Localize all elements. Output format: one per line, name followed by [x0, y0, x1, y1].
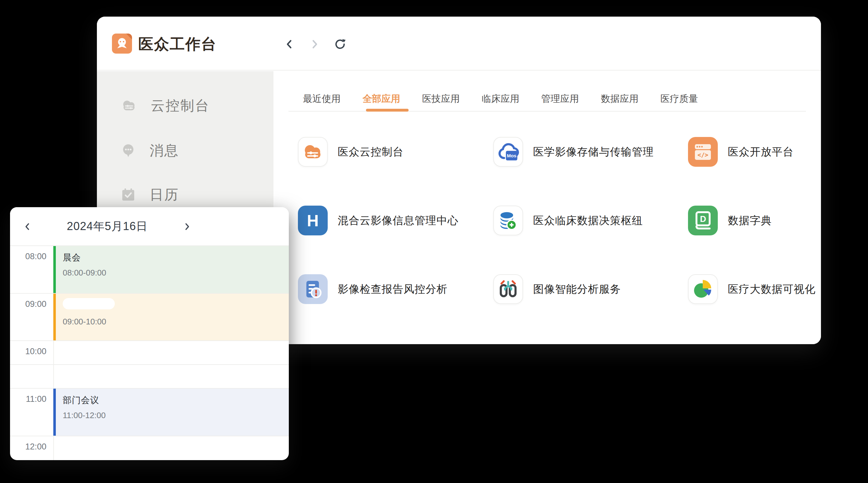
app-label: 医众临床数据决策枢纽 — [533, 214, 643, 228]
cloud-storage-icon: Mos — [493, 137, 523, 167]
app-logo — [112, 34, 132, 54]
calendar-check-icon — [121, 187, 136, 202]
refresh-icon — [334, 38, 346, 51]
time-label: 11:00 — [10, 394, 46, 404]
hybrid-cloud-icon: H — [298, 205, 328, 235]
d-glyph: D — [700, 215, 706, 224]
tab-quality[interactable]: 医疗质量 — [660, 93, 698, 104]
app-label: 影像检查报告风控分析 — [338, 282, 447, 296]
chevron-left-icon — [23, 222, 32, 231]
tab-all-apps[interactable]: 全部应用 — [363, 93, 400, 104]
grid-line — [10, 364, 289, 365]
chevron-left-icon — [283, 38, 296, 50]
event-title: 部门会议 — [63, 394, 289, 406]
app-label: 混合云影像信息管理中心 — [338, 214, 459, 228]
pie-chart-icon — [688, 274, 718, 304]
sidebar-item-label: 消息 — [150, 141, 179, 160]
refresh-button[interactable] — [334, 38, 346, 51]
mascot-icon — [112, 34, 132, 54]
calendar-event-redacted[interactable]: 09:00-10:00 — [53, 294, 289, 341]
code-glyph: </> — [698, 151, 708, 158]
sidebar-item-label: 日历 — [150, 186, 179, 204]
h-glyph: H — [307, 211, 319, 230]
time-label: 09:00 — [10, 299, 46, 309]
app-open-platform[interactable]: </> 医众开放平台 — [688, 137, 794, 167]
app-hybrid-cloud-center[interactable]: H 混合云影像信息管理中心 — [298, 205, 459, 235]
calendar-header: 2024年5月16日 — [10, 207, 289, 246]
badge-text: Mos — [507, 153, 517, 158]
time-label: 10:00 — [10, 347, 46, 356]
grid-line — [10, 341, 289, 341]
sidebar-item-calendar[interactable]: 日历 — [97, 180, 274, 210]
calendar-panel: 2024年5月16日 08:00 09:00 10:00 11:00 12:00… — [10, 207, 289, 460]
app-clinical-data-hub[interactable]: 医众临床数据决策枢纽 — [493, 205, 643, 235]
chevron-right-icon — [182, 222, 192, 231]
app-data-dictionary[interactable]: D 数据字典 — [688, 205, 772, 235]
grid-line — [10, 436, 289, 436]
event-title: 晨会 — [63, 252, 289, 264]
app-image-storage[interactable]: Mos 医学影像存储与传输管理 — [493, 137, 654, 167]
app-label: 医众开放平台 — [728, 145, 794, 159]
lungs-analysis-icon — [493, 274, 523, 304]
app-label: 医疗大数据可视化 — [728, 282, 816, 296]
open-platform-code-icon: </> — [688, 137, 718, 167]
app-label: 数据字典 — [728, 214, 772, 228]
sidebar-item-label: 云控制台 — [151, 97, 210, 115]
redacted-event-title — [63, 298, 115, 309]
active-tab-underline — [366, 109, 409, 111]
event-time: 11:00-12:00 — [63, 411, 289, 420]
message-bubble-icon — [121, 143, 136, 158]
content-area: 最近使用 全部应用 医技应用 临床应用 管理应用 数据应用 医疗质量 — [274, 71, 821, 344]
calendar-next-button[interactable] — [181, 221, 192, 232]
tab-management-apps[interactable]: 管理应用 — [541, 93, 579, 104]
event-time: 08:00-09:00 — [63, 268, 289, 278]
event-accent-bar — [53, 294, 56, 341]
event-accent-bar — [53, 389, 56, 436]
app-label: 图像智能分析服务 — [533, 282, 621, 296]
window-header: 医众工作台 — [97, 17, 821, 70]
app-report-risk-analysis[interactable]: 影像检查报告风控分析 — [298, 274, 447, 304]
tab-medtech-apps[interactable]: 医技应用 — [422, 93, 460, 104]
back-button[interactable] — [283, 38, 296, 51]
report-risk-icon — [298, 274, 328, 304]
chevron-right-icon — [309, 38, 320, 50]
cloud-settings-icon — [121, 99, 137, 112]
calendar-event-morning-meeting[interactable]: 晨会 08:00-09:00 — [53, 246, 289, 293]
tab-bar: 最近使用 全部应用 医技应用 临床应用 管理应用 数据应用 医疗质量 — [303, 93, 698, 104]
tab-clinical-apps[interactable]: 临床应用 — [482, 93, 519, 104]
cloud-sliders-icon — [298, 137, 328, 167]
calendar-day-grid: 08:00 09:00 10:00 11:00 12:00 晨会 08:00-0… — [10, 246, 289, 460]
time-label: 08:00 — [10, 252, 46, 261]
app-bigdata-visualization[interactable]: 医疗大数据可视化 — [688, 274, 816, 304]
data-dictionary-book-icon: D — [688, 205, 718, 235]
sidebar-item-cloud-console[interactable]: 云控制台 — [97, 91, 274, 121]
tab-data-apps[interactable]: 数据应用 — [601, 93, 639, 104]
app-image-ai-analysis[interactable]: 图像智能分析服务 — [493, 274, 621, 304]
calendar-date-title: 2024年5月16日 — [41, 207, 173, 246]
time-label: 12:00 — [10, 442, 46, 452]
calendar-event-department-meeting[interactable]: 部门会议 11:00-12:00 — [53, 389, 289, 436]
event-accent-bar — [53, 246, 56, 293]
calendar-prev-button[interactable] — [22, 221, 33, 232]
tab-recent[interactable]: 最近使用 — [303, 93, 341, 104]
sidebar-item-messages[interactable]: 消息 — [97, 135, 274, 165]
event-time: 09:00-10:00 — [63, 317, 289, 327]
clinical-database-icon — [493, 205, 523, 235]
window-title: 医众工作台 — [138, 34, 217, 54]
app-label: 医众云控制台 — [338, 145, 404, 159]
app-label: 医学影像存储与传输管理 — [533, 145, 654, 159]
forward-button[interactable] — [308, 38, 321, 51]
app-cloud-console[interactable]: 医众云控制台 — [298, 137, 404, 167]
